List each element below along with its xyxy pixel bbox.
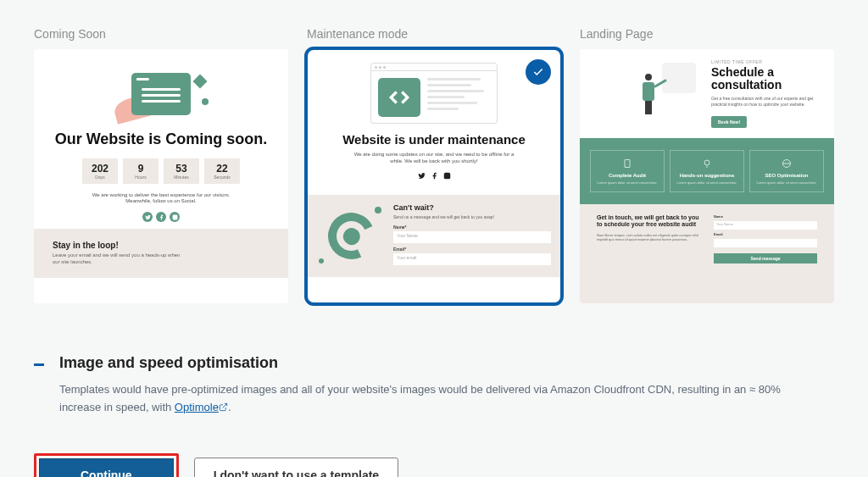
twitter-icon (142, 212, 153, 222)
contact-desc: Nam libero tempor, cum soluta nobis est … (597, 233, 700, 242)
facebook-icon (431, 172, 438, 180)
template-card-coming-soon[interactable]: Our Website is Coming soon. 202Days 9Hou… (34, 49, 288, 303)
social-icons (42, 212, 280, 222)
at-sign-icon (317, 203, 385, 269)
form-title: Can't wait? (393, 203, 551, 212)
template-label: Maintenance mode (307, 27, 561, 41)
template-card-landing[interactable]: LIMITED TIME OFFER Schedule a consultati… (580, 49, 834, 303)
stay-title: Stay in the loop! (53, 241, 270, 250)
globe-icon (781, 158, 793, 169)
name-label: Name* (393, 225, 551, 230)
external-link-icon (219, 399, 228, 417)
browser-mock-icon (370, 63, 498, 124)
preview-footer: Stay in the loop! Leave your email and w… (34, 229, 288, 278)
countdown: 202Days 9Hours 53Minutes 22Seconds (42, 158, 280, 184)
preview-form: Can't wait? Send us a message and we wil… (393, 203, 551, 269)
hero-desc: Get a free consultation with one of our … (711, 96, 821, 108)
social-icons (324, 172, 544, 180)
email-label: Email* (393, 247, 551, 252)
section-heading: Image and speed optimisation (34, 354, 834, 372)
template-label: Landing Page (580, 27, 834, 41)
email-placeholder: Your email (393, 253, 551, 265)
preview-header: Our Website is Coming soon. 202Days 9Hou… (34, 49, 288, 229)
svg-point-4 (704, 160, 709, 165)
template-maintenance-col: Maintenance mode Website is under mainte… (307, 27, 561, 303)
code-icon (378, 78, 420, 117)
svg-point-2 (445, 174, 448, 177)
preview-illustration (42, 64, 280, 124)
contact-title: Get in touch, we will get back to you to… (597, 214, 700, 229)
twitter-icon (418, 172, 426, 180)
preview-footer: Can't wait? Send us a message and we wil… (307, 195, 561, 277)
clipboard-icon (621, 158, 633, 169)
template-label: Coming Soon (34, 27, 288, 41)
template-gallery: Coming Soon Our Website is Coming soon. … (34, 27, 834, 303)
svg-line-8 (222, 404, 226, 408)
person-illustration (593, 59, 703, 128)
svg-rect-3 (625, 159, 630, 167)
hero-tag: LIMITED TIME OFFER (711, 59, 821, 64)
continue-button[interactable]: Continue (39, 458, 174, 477)
hero-cta: Book Now! (711, 116, 747, 128)
svg-rect-0 (172, 214, 177, 219)
stay-desc: Leave your email and we will send you a … (53, 252, 188, 266)
selected-check-icon (526, 59, 551, 85)
section-description: Templates would have pre-optimized image… (59, 380, 822, 418)
instagram-icon (170, 212, 180, 222)
collapse-icon[interactable] (34, 363, 44, 366)
form-desc: Send us a message and we will get back t… (393, 214, 551, 219)
name-placeholder: Your Name (393, 231, 551, 243)
template-card-maintenance[interactable]: Website is under maintenance We are doin… (307, 49, 561, 303)
preview-desc: We are doing some updates on our site, a… (353, 152, 515, 165)
facebook-icon (156, 212, 166, 222)
preview-title: Website is under maintenance (324, 132, 544, 147)
template-landing-col: Landing Page LIMITED TIME OFFER (580, 27, 834, 303)
action-buttons: Continue I don't want to use a template (34, 453, 834, 477)
instagram-icon (443, 172, 451, 180)
continue-highlight: Continue (34, 453, 179, 477)
preview-desc: We are working to deliver the best exper… (81, 192, 242, 206)
skip-template-button[interactable]: I don't want to use a template (194, 458, 398, 477)
preview-title: Our Website is Coming soon. (42, 130, 280, 148)
preview-header: Website is under maintenance We are doin… (307, 49, 561, 195)
preview-features: Complete AuditLorem ipsum dolor sit amet… (580, 138, 834, 204)
send-button: Send message (714, 253, 817, 263)
optimole-link[interactable]: Optimole (175, 401, 228, 413)
preview-hero: LIMITED TIME OFFER Schedule a consultati… (580, 49, 834, 138)
template-coming-soon-col: Coming Soon Our Website is Coming soon. … (34, 27, 288, 303)
lightbulb-icon (701, 158, 713, 169)
section-title: Image and speed optimisation (59, 354, 278, 372)
preview-contact: Get in touch, we will get back to you to… (580, 204, 834, 303)
hero-title: Schedule a consultation (711, 66, 821, 92)
